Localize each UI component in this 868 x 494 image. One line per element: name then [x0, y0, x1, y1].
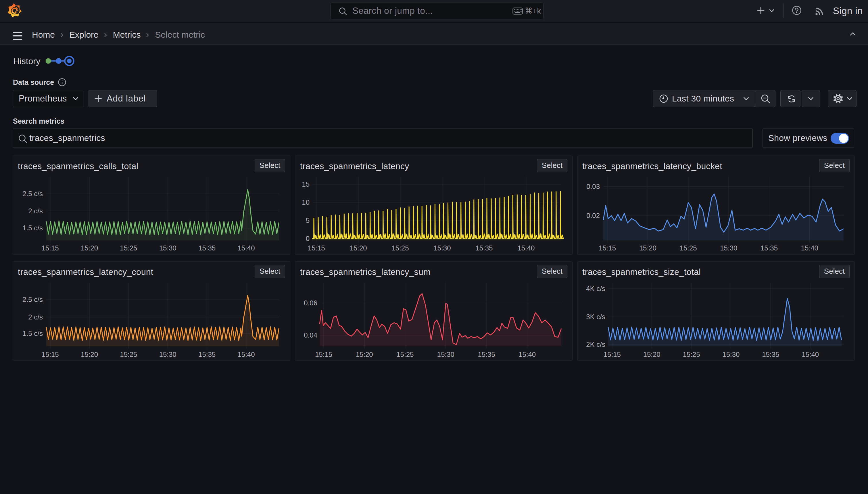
- svg-text:15:20: 15:20: [643, 350, 660, 358]
- svg-text:0: 0: [306, 235, 310, 242]
- svg-text:15:25: 15:25: [392, 244, 409, 252]
- svg-text:15:25: 15:25: [120, 244, 137, 252]
- svg-text:2.5 c/s: 2.5 c/s: [22, 190, 43, 197]
- svg-text:15:20: 15:20: [639, 244, 656, 252]
- svg-text:15:40: 15:40: [237, 350, 255, 358]
- svg-text:15:15: 15:15: [42, 350, 59, 358]
- svg-text:15: 15: [302, 180, 310, 188]
- svg-text:0.04: 0.04: [304, 331, 317, 339]
- svg-text:15:30: 15:30: [159, 350, 176, 358]
- svg-text:15:35: 15:35: [478, 350, 495, 358]
- svg-text:0.06: 0.06: [304, 299, 317, 307]
- svg-text:3K c/s: 3K c/s: [586, 313, 605, 321]
- svg-text:15:40: 15:40: [517, 244, 535, 252]
- svg-text:15:25: 15:25: [120, 350, 137, 358]
- svg-text:0.03: 0.03: [586, 183, 600, 190]
- svg-text:1.5 c/s: 1.5 c/s: [22, 329, 43, 337]
- svg-text:2 c/s: 2 c/s: [28, 207, 43, 215]
- svg-text:0.02: 0.02: [586, 212, 600, 220]
- svg-text:15:35: 15:35: [198, 350, 216, 358]
- svg-text:15:30: 15:30: [159, 244, 176, 252]
- svg-text:15:25: 15:25: [396, 350, 414, 358]
- svg-text:15:20: 15:20: [81, 244, 98, 252]
- svg-text:15:35: 15:35: [762, 350, 779, 358]
- svg-text:2 c/s: 2 c/s: [28, 313, 43, 321]
- svg-text:5: 5: [306, 216, 310, 224]
- svg-text:15:15: 15:15: [42, 244, 59, 252]
- svg-text:15:40: 15:40: [801, 244, 818, 252]
- svg-text:15:30: 15:30: [720, 244, 737, 252]
- svg-text:15:35: 15:35: [198, 244, 216, 252]
- svg-text:15:30: 15:30: [433, 244, 451, 252]
- svg-text:15:35: 15:35: [475, 244, 493, 252]
- svg-text:15:15: 15:15: [308, 244, 325, 252]
- svg-text:15:40: 15:40: [518, 350, 536, 358]
- svg-text:15:35: 15:35: [761, 244, 778, 252]
- svg-text:15:15: 15:15: [599, 244, 616, 252]
- svg-text:1.5 c/s: 1.5 c/s: [22, 224, 43, 232]
- svg-text:15:20: 15:20: [356, 350, 373, 358]
- svg-text:2.5 c/s: 2.5 c/s: [22, 296, 43, 303]
- svg-text:10: 10: [302, 198, 310, 206]
- svg-text:15:40: 15:40: [237, 244, 255, 252]
- svg-text:15:30: 15:30: [437, 350, 454, 358]
- svg-text:15:25: 15:25: [683, 350, 700, 358]
- svg-text:4K c/s: 4K c/s: [586, 285, 605, 292]
- svg-text:15:20: 15:20: [350, 244, 367, 252]
- svg-text:15:15: 15:15: [315, 350, 332, 358]
- svg-text:15:15: 15:15: [604, 350, 621, 358]
- svg-text:2K c/s: 2K c/s: [586, 340, 605, 348]
- svg-text:15:25: 15:25: [680, 244, 697, 252]
- svg-text:15:30: 15:30: [722, 350, 739, 358]
- svg-text:15:20: 15:20: [81, 350, 98, 358]
- svg-text:15:40: 15:40: [802, 350, 819, 358]
